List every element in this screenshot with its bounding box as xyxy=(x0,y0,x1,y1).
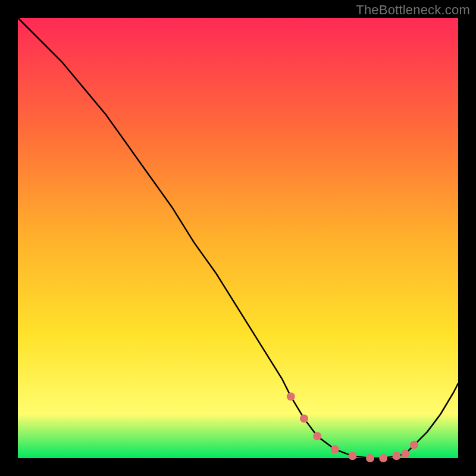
highlight-dot xyxy=(379,454,387,462)
watermark-text: TheBottleneck.com xyxy=(356,2,470,18)
highlight-dot xyxy=(300,414,308,422)
highlight-dot xyxy=(401,450,409,458)
highlight-dot xyxy=(410,441,418,449)
chart-stage: { "watermark": "TheBottleneck.com", "col… xyxy=(0,0,476,476)
plot-background xyxy=(18,18,458,458)
highlight-dot xyxy=(366,454,374,462)
bottleneck-chart xyxy=(0,0,476,476)
highlight-dot xyxy=(287,392,295,400)
highlight-dot xyxy=(313,432,321,440)
highlight-dot xyxy=(392,452,400,460)
highlight-dot xyxy=(331,445,339,453)
highlight-dot xyxy=(348,452,356,460)
